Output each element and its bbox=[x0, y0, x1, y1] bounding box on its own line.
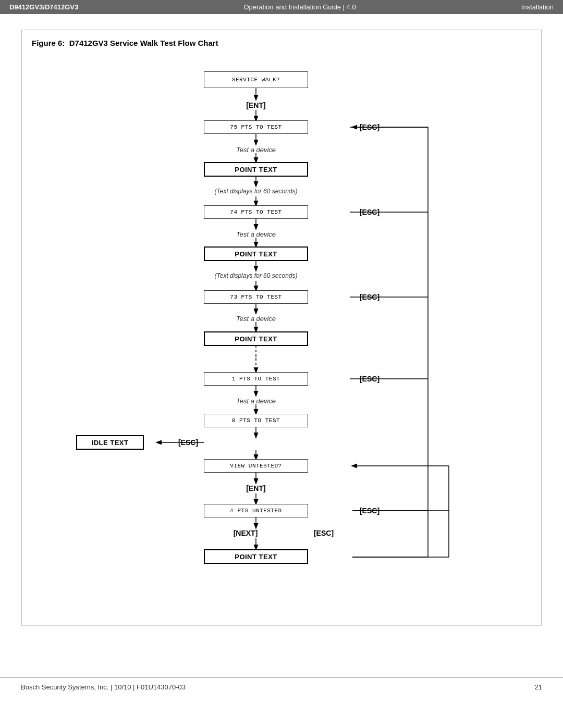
node-pts-untested: # PTS UNTESTED bbox=[204, 504, 308, 517]
node-esc5: [ESC] bbox=[173, 435, 204, 450]
footer-right: 21 bbox=[535, 683, 542, 691]
node-test-device2: Test a device bbox=[219, 229, 292, 239]
header-subtitle: Operation and Installation Guide | 4.0 bbox=[243, 3, 356, 11]
node-ent2: [ENT] bbox=[230, 483, 282, 493]
header-bar: D9412GV3/D7412GV3 Operation and Installa… bbox=[0, 0, 563, 14]
node-test-device3: Test a device bbox=[219, 313, 292, 324]
node-pts74: 74 PTS TO TEST bbox=[204, 205, 308, 219]
node-pts1: 1 PTS TO TEST bbox=[204, 372, 308, 386]
node-pts73: 73 PTS TO TEST bbox=[204, 290, 308, 304]
footer-left: Bosch Security Systems, Inc. | 10/10 | F… bbox=[21, 683, 186, 691]
node-point-text-final: POINT TEXT bbox=[204, 549, 308, 564]
node-esc7: [ESC] bbox=[303, 528, 345, 538]
node-point-text2: POINT TEXT bbox=[204, 246, 308, 261]
flowchart: SERVICE WALK? [ENT] 75 PTS TO TEST [ESC]… bbox=[32, 57, 531, 614]
node-test-device1: Test a device bbox=[219, 144, 292, 155]
node-pts0: 0 PTS TO TEST bbox=[204, 414, 308, 427]
main-content: Figure 6: D7412GV3 Service Walk Test Flo… bbox=[0, 14, 563, 667]
header-section: Installation bbox=[521, 3, 554, 11]
node-next: [NEXT] bbox=[225, 528, 266, 538]
node-text60s1: (Text displays for 60 seconds) bbox=[186, 186, 326, 196]
node-esc6: [ESC] bbox=[354, 504, 385, 517]
node-text60s2: (Text displays for 60 seconds) bbox=[186, 270, 326, 281]
node-test-device4: Test a device bbox=[219, 396, 292, 406]
node-idle-text: IDLE TEXT bbox=[76, 435, 144, 450]
header-title: D9412GV3/D7412GV3 bbox=[9, 3, 78, 11]
figure-number: 6: bbox=[58, 39, 65, 47]
node-view-untested: VIEW UNTESTED? bbox=[204, 459, 308, 473]
node-esc4: [ESC] bbox=[354, 372, 385, 386]
footer: Bosch Security Systems, Inc. | 10/10 | F… bbox=[0, 677, 563, 696]
node-point-text3: POINT TEXT bbox=[204, 331, 308, 346]
node-point-text1: POINT TEXT bbox=[204, 162, 308, 177]
node-esc2: [ESC] bbox=[354, 205, 385, 219]
figure-title: Figure 6: D7412GV3 Service Walk Test Flo… bbox=[32, 39, 531, 47]
node-ent1: [ENT] bbox=[230, 100, 282, 110]
node-esc1: [ESC] bbox=[354, 120, 385, 134]
node-pts75: 75 PTS TO TEST bbox=[204, 120, 308, 134]
figure-title-text: D7412GV3 Service Walk Test Flow Chart bbox=[69, 39, 218, 47]
node-service-walk: SERVICE WALK? bbox=[204, 71, 308, 88]
node-esc3: [ESC] bbox=[354, 290, 385, 304]
figure-box: Figure 6: D7412GV3 Service Walk Test Flo… bbox=[21, 30, 542, 625]
